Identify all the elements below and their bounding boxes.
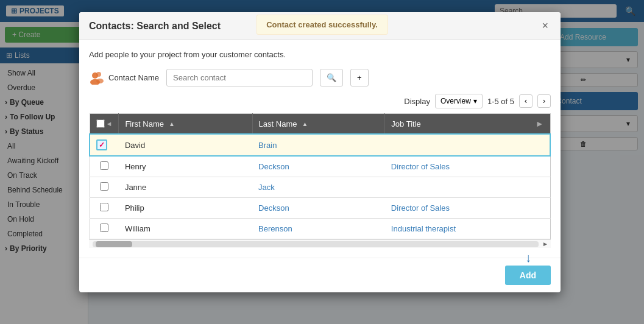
row-checkbox-cell (90, 177, 119, 198)
row-checkbox[interactable] (100, 224, 108, 232)
scroll-track (93, 241, 539, 247)
row-last-name: Jack (252, 177, 385, 198)
table-row: WilliamBerensonIndustrial therapist (90, 219, 550, 239)
modal-description: Add people to your project from your cus… (89, 50, 551, 59)
add-final-button[interactable]: Add (505, 266, 551, 285)
col-job-title: Job Title ► (385, 114, 550, 135)
pagination-prev-button[interactable]: ‹ (519, 94, 533, 108)
row-job-title: Director of Sales (385, 156, 550, 177)
contact-search-modal: Contacts: Search and Select × Add people… (79, 12, 561, 292)
chevron-down-icon: ▾ (473, 97, 477, 105)
row-first-name: Philip (119, 198, 252, 219)
add-plus-button[interactable]: + (350, 69, 369, 86)
row-checkbox[interactable] (100, 203, 108, 211)
sort-arrow-first-name: ▲ (169, 121, 175, 127)
modal-close-button[interactable]: × (539, 19, 551, 32)
col-select-all: ◄ (90, 114, 119, 135)
col-nav-right-icon: ► (536, 119, 544, 129)
search-button[interactable]: 🔍 (320, 69, 343, 86)
display-select[interactable]: Overview ▾ (435, 94, 483, 108)
row-first-name: Henry (119, 156, 252, 177)
row-checkbox-cell (90, 219, 119, 239)
table-header-row: ◄ First Name ▲ Last Name ▲ (90, 114, 550, 135)
row-job-title (385, 177, 550, 198)
col-nav-icon: ◄ (106, 120, 113, 127)
row-last-name: Berenson (252, 219, 385, 239)
row-job-title (385, 134, 550, 156)
row-last-name: Brain (252, 134, 385, 156)
pagination-next-button[interactable]: › (537, 94, 551, 108)
row-checkbox-checked[interactable] (96, 139, 107, 150)
table-row: JanneJack (90, 177, 550, 198)
row-first-name: David (119, 134, 252, 156)
arrow-indicator: ↓ (525, 251, 531, 265)
row-checkbox-cell (90, 156, 119, 177)
contacts-table-body: DavidBrainHenryDecksonDirector of SalesJ… (90, 134, 550, 239)
table-row: HenryDecksonDirector of Sales (90, 156, 550, 177)
contact-search-input[interactable] (166, 69, 313, 86)
row-job-title: Director of Sales (385, 198, 550, 219)
display-label: Display (404, 97, 430, 106)
display-row: Display Overview ▾ 1-5 of 5 ‹ › (89, 94, 551, 108)
modal-body: Add people to your project from your cus… (79, 40, 561, 258)
contact-icon (89, 71, 105, 85)
scroll-thumb[interactable] (96, 241, 132, 247)
modal-footer: ↓ Add (79, 258, 561, 292)
row-checkbox[interactable] (100, 182, 108, 191)
contact-name-label: Contact Name (89, 71, 159, 85)
svg-point-1 (96, 72, 101, 77)
table-row: PhilipDecksonDirector of Sales (90, 198, 550, 219)
select-all-checkbox[interactable] (96, 119, 105, 128)
success-toast: Contact created successfully. (256, 15, 388, 35)
row-last-name: Deckson (252, 198, 385, 219)
sort-arrow-last-name: ▲ (302, 121, 308, 127)
contacts-table: ◄ First Name ▲ Last Name ▲ (89, 113, 551, 239)
row-first-name: William (119, 219, 252, 239)
row-job-title: Industrial therapist (385, 219, 550, 239)
scroll-right-arrow[interactable]: ► (542, 241, 551, 247)
row-last-name: Deckson (252, 156, 385, 177)
col-last-name: Last Name ▲ (252, 114, 385, 135)
table-row: DavidBrain (90, 134, 550, 156)
row-checkbox-cell (90, 198, 119, 219)
row-checkbox[interactable] (100, 161, 108, 170)
search-row: Contact Name 🔍 + (89, 69, 551, 86)
horizontal-scrollbar[interactable]: ► (89, 239, 551, 248)
row-first-name: Janne (119, 177, 252, 198)
svg-point-3 (96, 79, 104, 83)
row-checkbox-cell (90, 134, 119, 156)
modal-title: Contacts: Search and Select (89, 21, 221, 32)
pagination-info: 1-5 of 5 (487, 97, 514, 106)
col-first-name: First Name ▲ (119, 114, 252, 135)
